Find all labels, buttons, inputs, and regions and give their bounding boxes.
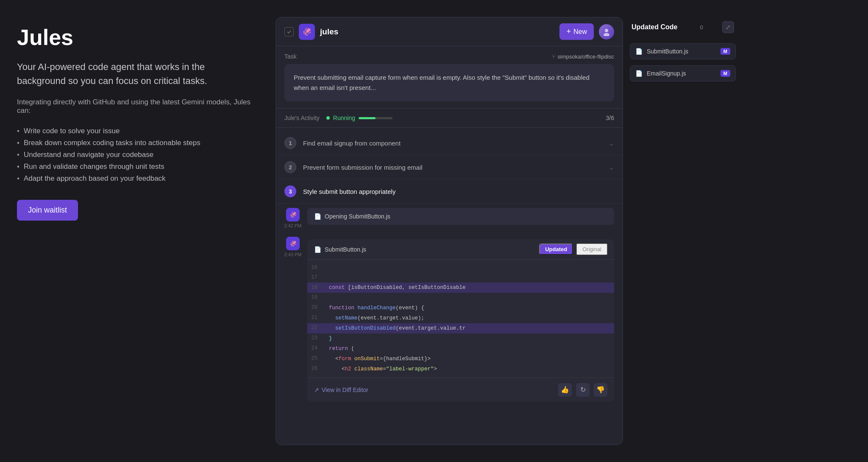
- code-line-20: 20 function handleChange(event) {: [307, 303, 614, 313]
- agent-activity-left: 🦑 2:42 PM: [284, 208, 301, 228]
- repo-icon: ⑂: [552, 53, 555, 60]
- progress-bar-fill: [359, 117, 376, 119]
- code-line-26: 26 <h2 className="label-wrapper">: [307, 364, 614, 374]
- agent-activity-code: 🦑 2:43 PM 📄 SubmitButton.js Updated Orig…: [276, 232, 623, 406]
- code-content: 16 17 18 const [isButtonDisabled, setIsB…: [307, 260, 614, 378]
- sidebar-file-item-2[interactable]: 📄 EmailSignup.js M: [630, 65, 736, 81]
- right-panel: 🦑 jules + New Task ⑂ simpsoka/office-fli…: [271, 0, 868, 462]
- step-count: 3/6: [606, 115, 614, 121]
- timestamp-1: 2:42 PM: [284, 223, 302, 228]
- tab-updated[interactable]: Updated: [539, 244, 573, 255]
- running-dot: [326, 116, 330, 120]
- right-sidebar: Updated Code 0 ⤢ 📄 SubmitButton.js M 📄 E…: [630, 17, 736, 445]
- chevron-down-icon-1: ⌄: [609, 139, 614, 147]
- thumbs-up-button[interactable]: 👍: [558, 383, 572, 397]
- code-line-18: 18 const [isButtonDisabled, setIsButtonD…: [307, 283, 614, 293]
- agent-activity-left-2: 🦑 2:43 PM: [284, 237, 301, 257]
- feature-item-3: Understand and navigate your codebase: [17, 151, 254, 159]
- step-text-1: Find email signup from component: [303, 140, 602, 147]
- thumbs-down-button[interactable]: 👎: [594, 383, 607, 397]
- squid-icon: 🦑: [302, 27, 312, 36]
- running-badge: Running: [326, 115, 392, 121]
- code-line-19: 19: [307, 293, 614, 302]
- diff-editor-link[interactable]: ↗ View in Diff Editor: [314, 386, 554, 393]
- features-intro: Integrating directly with GitHub and usi…: [17, 98, 254, 115]
- app-title: Jules: [17, 25, 254, 50]
- step-text-2: Prevent form submission for missing emai…: [303, 164, 602, 171]
- action-icons: 👍 ↻ 👎: [558, 383, 607, 397]
- task-label: Task: [284, 53, 297, 60]
- code-block-header: 📄 SubmitButton.js Updated Original: [307, 239, 614, 260]
- code-line-23: 23 }: [307, 333, 614, 344]
- code-line-22: 22 setIsButtonDisabled(event.target.valu…: [307, 323, 614, 333]
- file-icon: 📄: [314, 246, 321, 253]
- feature-item-1: Write code to solve your issue: [17, 127, 254, 135]
- activity-label: Jule's Activity: [284, 115, 320, 121]
- step-row-3[interactable]: 3 Style submit button appropriately: [276, 179, 623, 204]
- agent-avatar: 🦑: [299, 24, 315, 40]
- svg-point-1: [604, 33, 609, 36]
- external-link-icon: ↗: [314, 386, 319, 393]
- file-open-icon: 📄: [314, 213, 321, 220]
- agent-activity-opening: 🦑 2:42 PM 📄 Opening SubmitButton.js: [276, 204, 623, 232]
- refresh-button[interactable]: ↻: [576, 383, 590, 397]
- running-label: Running: [333, 115, 355, 121]
- m-badge-2: M: [721, 70, 730, 77]
- step-number-2: 2: [284, 161, 296, 173]
- window-header: 🦑 jules + New: [276, 17, 623, 46]
- agent-name: jules: [320, 27, 554, 36]
- step-text-3: Style submit button appropriately: [303, 188, 614, 195]
- task-description: Prevent submitting email capture form wh…: [294, 74, 590, 91]
- agent-mini-avatar-2: 🦑: [286, 237, 300, 250]
- join-waitlist-button[interactable]: Join waitlist: [17, 200, 78, 221]
- repo-name: simpsoka/office-flipdisc: [558, 53, 614, 60]
- feature-item-5: Adapt the approach based on your feedbac…: [17, 174, 254, 183]
- diff-editor-row: ↗ View in Diff Editor 👍 ↻ 👎: [307, 378, 614, 402]
- diff-editor-label: View in Diff Editor: [322, 386, 368, 393]
- sidebar-file-name-2: EmailSignup.js: [647, 70, 716, 77]
- feature-item-2: Break down complex coding tasks into act…: [17, 139, 254, 147]
- code-block-container: 📄 SubmitButton.js Updated Original 16: [307, 239, 614, 402]
- sidebar-file-item-1[interactable]: 📄 SubmitButton.js M: [630, 43, 736, 59]
- squid-mini-icon-1: 🦑: [289, 211, 297, 218]
- new-button[interactable]: + New: [559, 23, 594, 40]
- chevron-down-icon-2: ⌄: [609, 163, 614, 171]
- opening-file-text: Opening SubmitButton.js: [325, 213, 390, 220]
- repo-link[interactable]: ⑂ simpsoka/office-flipdisc: [552, 53, 614, 60]
- task-box: Prevent submitting email capture form wh…: [284, 64, 614, 101]
- code-line-21: 21 setName(event.target.value);: [307, 313, 614, 323]
- squid-mini-icon-2: 🦑: [289, 240, 297, 247]
- sidebar-title: Updated Code: [632, 23, 677, 31]
- sidebar-count: 0: [700, 24, 703, 31]
- features-list: Write code to solve your issue Break dow…: [17, 127, 254, 183]
- left-panel: Jules Your AI-powered code agent that wo…: [0, 0, 271, 462]
- code-line-16: 16: [307, 263, 614, 273]
- m-badge-1: M: [721, 48, 730, 55]
- code-line-24: 24 return (: [307, 344, 614, 354]
- steps-container: 1 Find email signup from component ⌄ 2 P…: [276, 128, 623, 445]
- timestamp-2: 2:43 PM: [284, 252, 302, 257]
- step-number-1: 1: [284, 137, 296, 149]
- checkbox-icon[interactable]: [284, 27, 294, 36]
- sidebar-expand-button[interactable]: ⤢: [722, 21, 734, 33]
- sidebar-header: Updated Code 0 ⤢: [630, 17, 736, 37]
- task-section: Task ⑂ simpsoka/office-flipdisc Prevent …: [276, 46, 623, 109]
- step-row-2[interactable]: 2 Prevent form submission for missing em…: [276, 155, 623, 179]
- progress-bar-track: [359, 117, 392, 119]
- agent-mini-avatar-1: 🦑: [286, 208, 300, 221]
- agent-activity-content-1: 📄 Opening SubmitButton.js: [307, 208, 614, 225]
- code-line-17: 17: [307, 273, 614, 283]
- opening-file-box: 📄 Opening SubmitButton.js: [307, 208, 614, 225]
- user-avatar[interactable]: [599, 24, 614, 39]
- step-row-1[interactable]: 1 Find email signup from component ⌄: [276, 131, 623, 155]
- file-icon-1: 📄: [635, 48, 643, 55]
- main-window: 🦑 jules + New Task ⑂ simpsoka/office-fli…: [275, 17, 623, 445]
- file-icon-2: 📄: [635, 70, 643, 77]
- task-label-row: Task ⑂ simpsoka/office-flipdisc: [284, 53, 614, 60]
- new-button-label: New: [573, 28, 587, 36]
- tab-original[interactable]: Original: [576, 244, 607, 255]
- activity-row: Jule's Activity Running 3/6: [276, 109, 623, 128]
- code-file-name: SubmitButton.js: [325, 246, 536, 253]
- code-line-25: 25 <form onSubmit={handleSubmit}>: [307, 354, 614, 364]
- agent-activity-content-2: 📄 SubmitButton.js Updated Original 16: [307, 237, 614, 402]
